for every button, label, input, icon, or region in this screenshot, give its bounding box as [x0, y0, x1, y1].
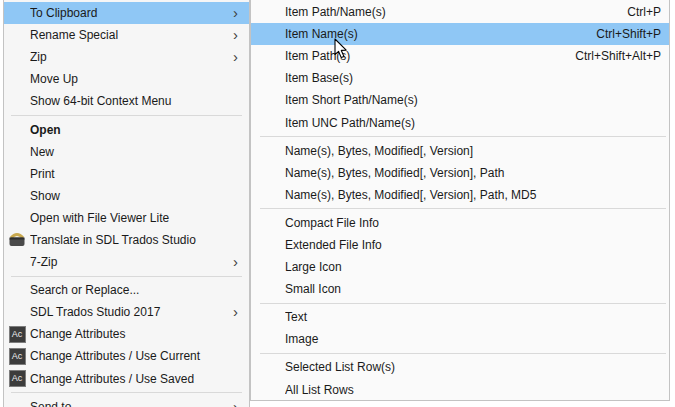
menu-item-open-with-file-viewer-lite[interactable]: Open with File Viewer Lite [4, 207, 249, 229]
submenu-arrow-icon: › [233, 50, 249, 64]
submenu-item-label: Large Icon [285, 260, 661, 274]
submenu-item-compact-file-info[interactable]: Compact File Info [251, 212, 669, 234]
menu-item-search-or-replace[interactable]: Search or Replace... [4, 279, 249, 301]
menu-item-new[interactable]: New [4, 141, 249, 163]
submenu-item-small-icon[interactable]: Small Icon [251, 278, 669, 300]
menu-item-label: Translate in SDL Trados Studio [30, 233, 233, 247]
menu-item-label: 7-Zip [30, 255, 233, 269]
submenu-item-label: All List Rows [285, 383, 661, 397]
submenu-arrow-icon: › [233, 255, 249, 269]
submenu-item-all-list-rows[interactable]: All List Rows [251, 379, 669, 401]
submenu-item-label: Small Icon [285, 282, 661, 296]
submenu-item-label: Name(s), Bytes, Modified[, Version] [285, 144, 661, 158]
menu-separator [11, 392, 242, 393]
icon-slot: Ac [4, 370, 30, 387]
menu-item-to-clipboard[interactable]: To Clipboard › [4, 2, 249, 24]
submenu-item-item-paths[interactable]: Item Path(s) Ctrl+Shift+Alt+P [251, 45, 669, 67]
shortcut-text: Ctrl+P [627, 5, 661, 19]
submenu-item-large-icon[interactable]: Large Icon [251, 256, 669, 278]
submenu-item-label: Item Path(s) [285, 49, 575, 63]
submenu-item-item-bases[interactable]: Item Base(s) [251, 67, 669, 89]
submenu-item-item-unc-path-names[interactable]: Item UNC Path/Name(s) [251, 111, 669, 133]
icon-slot: Ac [4, 326, 30, 343]
submenu-item-item-path-names[interactable]: Item Path/Name(s) Ctrl+P [251, 1, 669, 23]
shortcut-text: Ctrl+Shift+Alt+P [575, 49, 661, 63]
context-menu: To Clipboard › Rename Special › Zip › Mo… [3, 0, 250, 407]
submenu-item-extended-file-info[interactable]: Extended File Info [251, 234, 669, 256]
menu-item-print[interactable]: Print [4, 163, 249, 185]
menu-item-change-attributes-use-current[interactable]: Ac Change Attributes / Use Current [4, 345, 249, 367]
menu-item-label: Rename Special [30, 28, 233, 42]
submenu-item-item-names[interactable]: Item Name(s) Ctrl+Shift+P [251, 23, 669, 45]
submenu-item-label: Text [285, 310, 661, 324]
submenu-item-label: Image [285, 332, 661, 346]
menu-item-label: Change Attributes / Use Current [30, 349, 233, 363]
menu-item-label: Move Up [30, 72, 233, 86]
submenu-item-selected-list-rows[interactable]: Selected List Row(s) [251, 356, 669, 378]
menu-item-label: Open [30, 123, 233, 137]
menu-item-label: To Clipboard [30, 6, 233, 20]
submenu-item-label: Item Path/Name(s) [285, 5, 627, 19]
menu-item-zip[interactable]: Zip › [4, 46, 249, 68]
icon-slot [4, 232, 30, 247]
menu-item-label: Show [30, 189, 233, 203]
submenu-item-label: Item UNC Path/Name(s) [285, 116, 661, 130]
menu-separator [260, 136, 666, 137]
menu-item-rename-special[interactable]: Rename Special › [4, 24, 249, 46]
menu-item-label: SDL Trados Studio 2017 [30, 305, 233, 319]
menu-separator [11, 115, 242, 116]
submenu-item-label: Compact File Info [285, 216, 661, 230]
menu-item-label: Send to [30, 400, 233, 407]
menu-item-label: Change Attributes [30, 327, 233, 341]
change-attributes-icon: Ac [9, 348, 26, 365]
submenu-arrow-icon: › [233, 6, 249, 20]
submenu-item-label: Selected List Row(s) [285, 360, 661, 374]
menu-item-label: Search or Replace... [30, 283, 233, 297]
menu-item-label: Zip [30, 50, 233, 64]
menu-item-move-up[interactable]: Move Up [4, 68, 249, 90]
shortcut-text: Ctrl+Shift+P [596, 27, 661, 41]
menu-item-7-zip[interactable]: 7-Zip › [4, 251, 249, 273]
menu-item-change-attributes-use-saved[interactable]: Ac Change Attributes / Use Saved [4, 368, 249, 390]
submenu-item-text[interactable]: Text [251, 306, 669, 328]
menu-item-change-attributes[interactable]: Ac Change Attributes [4, 323, 249, 345]
submenu-item-image[interactable]: Image [251, 328, 669, 350]
submenu-item-names-bytes-modified-version-path-md5[interactable]: Name(s), Bytes, Modified[, Version], Pat… [251, 184, 669, 206]
menu-item-label: New [30, 145, 233, 159]
submenu-arrow-icon: › [233, 305, 249, 319]
submenu-item-label: Item Short Path/Name(s) [285, 93, 661, 107]
menu-item-label: Print [30, 167, 233, 181]
submenu-item-label: Name(s), Bytes, Modified[, Version], Pat… [285, 166, 661, 180]
menu-item-open[interactable]: Open [4, 118, 249, 140]
trados-icon [9, 232, 25, 247]
submenu-item-label: Extended File Info [285, 238, 661, 252]
menu-separator [260, 208, 666, 209]
menu-item-label: Open with File Viewer Lite [30, 211, 233, 225]
submenu-item-label: Item Name(s) [285, 27, 596, 41]
submenu-item-names-bytes-modified-version-path[interactable]: Name(s), Bytes, Modified[, Version], Pat… [251, 162, 669, 184]
menu-separator [11, 276, 242, 277]
screen: To Clipboard › Rename Special › Zip › Mo… [0, 0, 675, 407]
menu-item-label: Show 64-bit Context Menu [30, 94, 233, 108]
menu-item-label: Change Attributes / Use Saved [30, 372, 233, 386]
menu-item-sdl-trados-studio-2017[interactable]: SDL Trados Studio 2017 › [4, 301, 249, 323]
submenu-item-item-short-path-names[interactable]: Item Short Path/Name(s) [251, 89, 669, 111]
change-attributes-icon: Ac [9, 370, 26, 387]
change-attributes-icon: Ac [9, 326, 26, 343]
submenu-arrow-icon: › [233, 28, 249, 42]
submenu-item-label: Item Base(s) [285, 71, 661, 85]
menu-item-translate-in-sdl-trados-studio[interactable]: Translate in SDL Trados Studio [4, 229, 249, 251]
menu-item-show[interactable]: Show [4, 185, 249, 207]
menu-item-send-to[interactable]: Send to › [4, 396, 249, 407]
menu-item-show-64bit-context-menu[interactable]: Show 64-bit Context Menu [4, 90, 249, 112]
icon-slot: Ac [4, 348, 30, 365]
submenu-item-names-bytes-modified-version[interactable]: Name(s), Bytes, Modified[, Version] [251, 140, 669, 162]
submenu-item-label: Name(s), Bytes, Modified[, Version], Pat… [285, 188, 661, 202]
submenu-arrow-icon: › [233, 400, 249, 407]
to-clipboard-submenu: Item Path/Name(s) Ctrl+P Item Name(s) Ct… [250, 0, 670, 401]
menu-separator [260, 353, 666, 354]
menu-separator [260, 303, 666, 304]
